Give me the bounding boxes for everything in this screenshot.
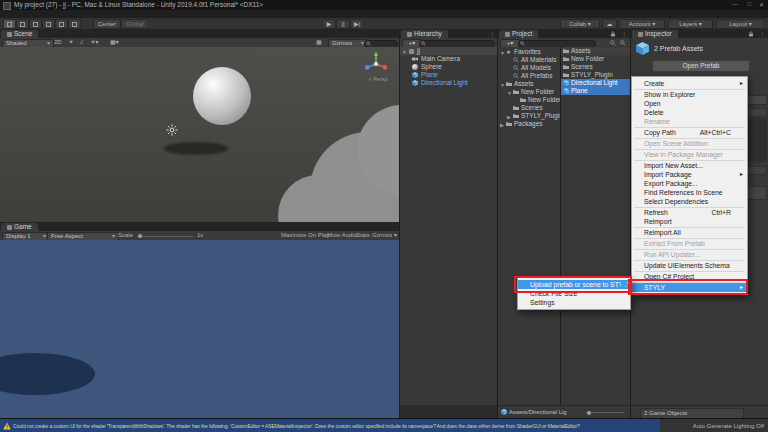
context-menu-item-update-uielements-schema[interactable]: Update UIElements Schema — [632, 261, 747, 270]
context-menu-item-import-new-asset[interactable]: Import New Asset... — [632, 161, 747, 170]
project-file-scenes[interactable]: Scenes — [561, 63, 630, 71]
cloud-icon[interactable]: ☁ — [602, 19, 617, 29]
project-file-new-folder[interactable]: New Folder — [561, 55, 630, 63]
tab-hierarchy[interactable]: Hierarchy — [401, 30, 448, 38]
minimize-button-icon[interactable]: — — [732, 1, 738, 7]
pause-button[interactable]: || — [336, 19, 350, 29]
tab-game[interactable]: Game — [1, 223, 38, 231]
project-tree-item-packages[interactable]: ▶Packages — [498, 120, 560, 128]
kebab-menu-icon[interactable]: ⋮ — [489, 30, 495, 37]
hierarchy-item-directional-light[interactable]: Directional Light — [400, 79, 497, 87]
close-button-icon[interactable]: ✕ — [759, 1, 764, 8]
scale-slider[interactable] — [137, 236, 193, 237]
grid-dropdown-icon[interactable]: ▦▾ — [110, 39, 119, 46]
maximize-on-play-toggle[interactable]: Maximize On Play — [281, 232, 329, 239]
scene-viewport[interactable]: < Persp — [0, 47, 399, 222]
expand-arrow-icon[interactable]: ▼ — [500, 49, 505, 56]
context-menu-item-open-c-project[interactable]: Open C# Project — [632, 272, 747, 281]
project-tree-item-new-folder-1[interactable]: New Folder 1 — [498, 96, 560, 104]
context-menu-item-find-references-in-scene[interactable]: Find References In Scene — [632, 188, 747, 197]
2d-toggle[interactable]: 2D — [54, 39, 62, 46]
context-menu-item-refresh[interactable]: RefreshCtrl+R — [632, 208, 747, 217]
search-by-type-icon[interactable] — [610, 40, 616, 46]
context-menu-item-create[interactable]: Create▸ — [632, 79, 747, 88]
effects-dropdown-icon[interactable]: ☀▾ — [90, 39, 98, 46]
styly-submenu-item-upload-prefab-or-scene-to-styly[interactable]: Upload prefab or scene to STYLY — [518, 280, 630, 289]
console-warning-text[interactable]: Could not create a custom UI for the sha… — [13, 423, 653, 429]
project-tree-item-all-materials[interactable]: All Materials — [498, 56, 560, 64]
lock-icon[interactable] — [610, 31, 616, 37]
account-dropdown[interactable]: Account ▾ — [619, 19, 665, 29]
project-tree-item-styly-plugin[interactable]: ▶STYLY_Plugin — [498, 112, 560, 120]
kebab-menu-icon[interactable]: ⋮ — [759, 30, 765, 37]
search-by-label-icon[interactable] — [620, 40, 626, 46]
styly-submenu-item-check-file-size[interactable]: Check File Size — [518, 289, 630, 298]
kebab-menu-icon[interactable]: ⋮ — [621, 30, 627, 37]
layers-dropdown[interactable]: Layers ▾ — [668, 19, 713, 29]
stats-toggle[interactable]: Stats — [356, 232, 370, 239]
hierarchy-scene-header[interactable]: ▼ jj — [400, 47, 497, 55]
project-file-styly-plugin[interactable]: STYLY_Plugin — [561, 71, 630, 79]
scene-lighting-toggle-icon[interactable]: ☀ — [68, 39, 73, 46]
auto-generate-lighting-toggle[interactable]: Auto Generate Lighting Off — [693, 423, 764, 429]
context-menu-item-open[interactable]: Open — [632, 99, 747, 108]
lock-icon[interactable] — [748, 31, 754, 37]
pan-tool-icon[interactable] — [3, 19, 16, 29]
collab-dropdown[interactable]: Collab ▾ — [560, 19, 600, 29]
play-button[interactable]: ▶ — [322, 19, 336, 29]
maximize-button-icon[interactable]: □ — [747, 1, 751, 7]
transform-tool-icon[interactable] — [68, 19, 81, 29]
context-menu-item-copy-path[interactable]: Copy PathAlt+Ctrl+C — [632, 128, 747, 137]
game-gizmos-dropdown[interactable]: Gizmos ▾ — [372, 232, 397, 239]
project-tree-item-scenes[interactable]: Scenes — [498, 104, 560, 112]
expand-arrow-icon[interactable]: ▼ — [507, 89, 512, 96]
project-tree-item-new-folder[interactable]: ▼New Folder — [498, 88, 560, 96]
space-toggle[interactable]: Global — [121, 19, 149, 29]
context-menu-item-reimport[interactable]: Reimport — [632, 217, 747, 226]
perspective-label[interactable]: < Persp — [358, 76, 398, 82]
expand-arrow-icon[interactable]: ▶ — [507, 113, 511, 120]
step-button[interactable]: ▶| — [350, 19, 364, 29]
tab-inspector[interactable]: Inspector — [632, 30, 678, 38]
expand-arrow-icon[interactable]: ▼ — [500, 81, 505, 88]
hierarchy-item-main-camera[interactable]: Main Camera — [400, 55, 497, 63]
project-pane-header[interactable]: Assets — [561, 47, 630, 55]
context-menu-item-import-package[interactable]: Import Package▸ — [632, 170, 747, 179]
scale-tool-icon[interactable] — [42, 19, 55, 29]
expand-arrow-icon[interactable]: ▶ — [500, 121, 504, 128]
pivot-toggle[interactable]: Center — [93, 19, 121, 29]
project-file-directional-light[interactable]: Directional Light — [561, 79, 630, 87]
directional-light-gizmo-icon[interactable] — [166, 124, 178, 136]
project-file-plane[interactable]: Plane — [561, 87, 630, 95]
scene-orientation-gizmo[interactable] — [363, 50, 389, 76]
context-menu-item-delete[interactable]: Delete — [632, 108, 747, 117]
status-bar[interactable]: Could not create a custom UI for the sha… — [0, 418, 768, 432]
expand-arrow-icon[interactable]: ▼ — [402, 48, 407, 55]
context-menu-item-export-package[interactable]: Export Package... — [632, 179, 747, 188]
styly-submenu-item-settings[interactable]: Settings — [518, 298, 630, 307]
project-tree-item-all-prefabs[interactable]: All Prefabs — [498, 72, 560, 80]
scene-audio-toggle-icon[interactable]: ♫ — [79, 39, 84, 46]
tab-project[interactable]: Project — [499, 30, 538, 38]
thumbnail-size-slider[interactable] — [586, 412, 624, 413]
project-tree-item-assets[interactable]: ▼Assets — [498, 80, 560, 88]
hierarchy-item-sphere[interactable]: Sphere — [400, 63, 497, 71]
scale-slider-thumb[interactable] — [138, 234, 142, 238]
hierarchy-item-plane[interactable]: Plane — [400, 71, 497, 79]
layout-dropdown[interactable]: Layout ▾ — [716, 19, 765, 29]
context-menu-item-styly[interactable]: STYLY▸ — [632, 283, 747, 292]
thumbnail-size-thumb[interactable] — [587, 411, 591, 415]
sphere-object[interactable] — [193, 67, 251, 125]
move-tool-icon[interactable] — [16, 19, 29, 29]
game-viewport[interactable] — [0, 240, 399, 418]
rect-tool-icon[interactable] — [55, 19, 68, 29]
project-tree-item-all-models[interactable]: All Models — [498, 64, 560, 72]
context-menu-item-select-dependencies[interactable]: Select Dependencies — [632, 197, 747, 206]
context-menu-item-show-in-explorer[interactable]: Show in Explorer — [632, 90, 747, 99]
rotate-tool-icon[interactable] — [29, 19, 42, 29]
context-menu-item-reimport-all[interactable]: Reimport All — [632, 228, 747, 237]
project-tree-item-favorites[interactable]: ▼★Favorites — [498, 48, 560, 56]
mute-audio-toggle[interactable]: Mute Audio — [327, 232, 357, 239]
camera-settings-icon[interactable]: ▦ — [316, 39, 322, 46]
open-prefab-button[interactable]: Open Prefab — [652, 60, 750, 72]
